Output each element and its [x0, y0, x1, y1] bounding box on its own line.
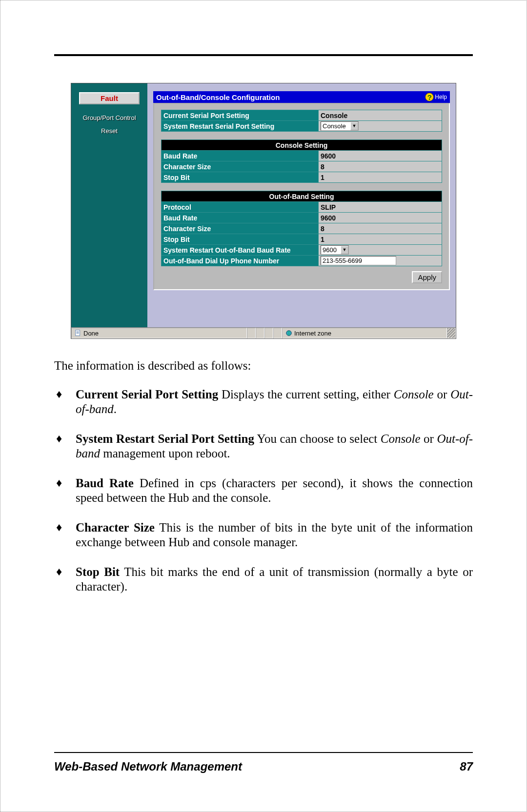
desc-mid: or: [434, 388, 450, 401]
oob-restart-baud-select[interactable]: 9600 ▼: [321, 245, 349, 255]
console-charsize-label: Character Size: [162, 161, 319, 172]
chevron-down-icon: ▼: [350, 122, 358, 130]
current-serial-label: Current Serial Port Setting: [162, 110, 319, 121]
chevron-down-icon: ▼: [341, 246, 348, 254]
oob-restart-baud-select-value: 9600: [321, 246, 341, 254]
bullet-item: Character Size This is the number of bit…: [54, 520, 473, 550]
status-right-text: Internet zone: [294, 330, 331, 337]
desc-pre: Displays the current setting, either: [222, 388, 394, 401]
embedded-screenshot: Fault Group/Port Control Reset Out-of-Ba…: [71, 83, 456, 339]
desc-it1: Console: [381, 432, 421, 445]
oob-restart-baud-label: System Restart Out-of-Band Baud Rate: [162, 245, 319, 256]
sep: [134, 476, 140, 490]
document-icon: [75, 330, 81, 337]
bullet-item: Baud Rate Defined in cps (characters per…: [54, 476, 473, 506]
restart-serial-label: System Restart Serial Port Setting: [162, 121, 319, 132]
oob-setting-header: Out-of-Band Setting: [162, 191, 442, 202]
console-stopbit-label: Stop Bit: [162, 172, 319, 183]
restart-serial-select[interactable]: Console ▼: [321, 121, 359, 131]
console-stopbit-value: 1: [319, 172, 442, 183]
console-charsize-value: 8: [319, 161, 442, 172]
statusbar: Done Internet zone: [71, 327, 456, 338]
help-button[interactable]: ? Help: [425, 93, 447, 101]
console-baud-value: 9600: [319, 151, 442, 161]
current-serial-value: Console: [319, 110, 442, 121]
svg-rect-2: [77, 332, 79, 333]
resize-grip[interactable]: [447, 328, 456, 338]
desc-pre: You can choose to select: [257, 432, 380, 445]
console-baud-label: Baud Rate: [162, 151, 319, 161]
console-setting-header: Console Setting: [162, 140, 442, 151]
oob-baud-label: Baud Rate: [162, 213, 319, 223]
svg-rect-0: [76, 330, 80, 336]
sep: [120, 565, 124, 578]
top-rule: [54, 54, 473, 56]
oob-stopbit-value: 1: [319, 234, 442, 245]
footer-title: Web-Based Network Management: [54, 760, 242, 773]
term: Character Size: [76, 521, 155, 534]
oob-charsize-label: Character Size: [162, 223, 319, 234]
status-blank: [273, 328, 282, 338]
term: System Restart Serial Port Setting: [76, 432, 254, 445]
desc-post: management upon reboot.: [100, 447, 230, 460]
help-icon: ?: [425, 93, 434, 101]
oob-charsize-value: 8: [319, 223, 442, 234]
restart-serial-cell: Console ▼: [319, 121, 442, 132]
footer-page: 87: [460, 760, 473, 773]
oob-setting-table: Out-of-Band Setting Protocol SLIP Baud R…: [161, 191, 442, 266]
footer-rule: [54, 752, 473, 753]
oob-stopbit-label: Stop Bit: [162, 234, 319, 245]
fault-button[interactable]: Fault: [79, 92, 140, 104]
status-blank: [264, 328, 273, 338]
console-setting-table: Console Setting Baud Rate 9600 Character…: [161, 139, 442, 183]
sidebar-item-groupport[interactable]: Group/Port Control: [71, 111, 147, 124]
term: Stop Bit: [76, 565, 120, 578]
oob-protocol-value: SLIP: [319, 202, 442, 213]
intro-text: The information is described as follows:: [54, 358, 473, 374]
desc-it1: Console: [394, 388, 434, 401]
bullet-item: System Restart Serial Port Setting You c…: [54, 432, 473, 461]
term: Baud Rate: [76, 476, 134, 490]
status-blank: [256, 328, 264, 338]
sep: [155, 521, 159, 534]
internet-zone-icon: [285, 330, 292, 337]
oob-restart-baud-cell: 9600 ▼: [319, 245, 442, 256]
panel-title: Out-of-Band/Console Configuration: [156, 93, 280, 101]
apply-button[interactable]: Apply: [412, 271, 442, 283]
term: Current Serial Port Setting: [76, 388, 218, 401]
sidebar-item-reset[interactable]: Reset: [71, 124, 147, 138]
bullet-item: Current Serial Port Setting Displays the…: [54, 387, 473, 417]
oob-dialup-input[interactable]: 213-555-6699: [321, 256, 396, 265]
bullet-item: Stop Bit This bit marks the end of a uni…: [54, 565, 473, 594]
svg-rect-3: [77, 333, 79, 334]
status-blank: [247, 328, 256, 338]
svg-rect-1: [77, 332, 79, 332]
panel-titlebar: Out-of-Band/Console Configuration ? Help: [153, 91, 450, 103]
help-label: Help: [435, 94, 447, 100]
serial-port-table: Current Serial Port Setting Console Syst…: [161, 110, 442, 132]
oob-dialup-label: Out-of-Band Dial Up Phone Number: [162, 256, 319, 266]
config-panel: Current Serial Port Setting Console Syst…: [153, 103, 450, 290]
desc-post: .: [114, 402, 117, 416]
status-right: Internet zone: [282, 328, 447, 338]
status-left: Done: [71, 328, 247, 338]
sep: [218, 388, 222, 401]
footer: Web-Based Network Management 87: [54, 752, 473, 773]
desc-mid: or: [421, 432, 437, 445]
oob-protocol-label: Protocol: [162, 202, 319, 213]
desc-full: This bit marks the end of a unit of tran…: [76, 565, 473, 594]
restart-serial-select-value: Console: [321, 122, 350, 130]
oob-dialup-cell: 213-555-6699: [319, 256, 442, 266]
status-left-text: Done: [83, 330, 99, 337]
oob-baud-value: 9600: [319, 213, 442, 223]
sidebar: Fault Group/Port Control Reset: [71, 83, 147, 327]
body-text: The information is described as follows:…: [54, 358, 473, 594]
